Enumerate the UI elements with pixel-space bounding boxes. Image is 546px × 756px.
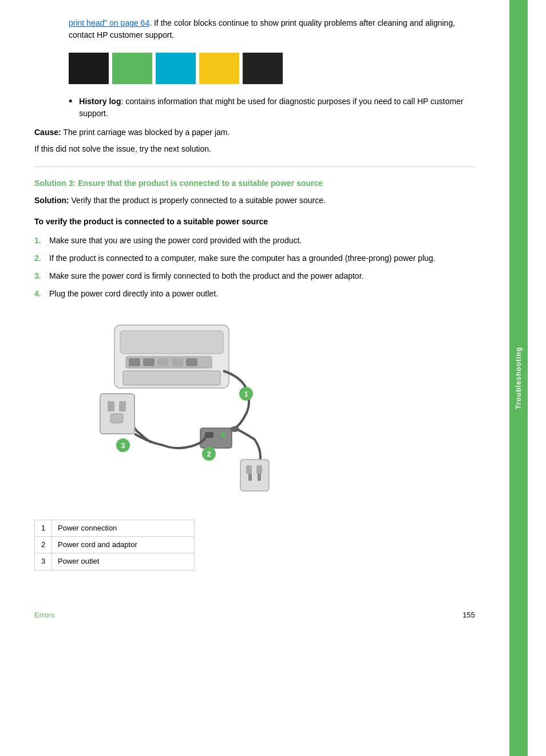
solution-label: Solution:	[34, 196, 69, 205]
svg-rect-18	[258, 474, 261, 481]
svg-rect-14	[240, 460, 269, 491]
legend-row-2: 2 Power cord and adaptor	[35, 537, 195, 553]
svg-text:1: 1	[244, 390, 248, 398]
color-block-yellow	[199, 53, 239, 84]
svg-rect-3	[129, 358, 140, 366]
color-block-black	[69, 53, 109, 84]
legend-number-2: 2	[35, 537, 52, 553]
svg-rect-8	[123, 371, 220, 385]
sub-section-header: To verify the product is connected to a …	[34, 216, 475, 228]
step-1-text: Make sure that you are using the power c…	[49, 235, 302, 247]
color-block-cyan	[156, 53, 196, 84]
svg-point-13	[221, 433, 225, 437]
history-log-description: : contains information that might be use…	[79, 97, 463, 118]
legend-row-1: 1 Power connection	[35, 520, 195, 537]
svg-rect-7	[186, 358, 197, 366]
sidebar-label: Troubleshooting	[515, 347, 523, 409]
step-number-1: 1.	[34, 235, 45, 247]
step-number-3: 3.	[34, 270, 45, 282]
history-log-item: • History log: contains information that…	[69, 96, 475, 120]
svg-rect-6	[172, 358, 183, 366]
page-footer: Errors 155	[34, 605, 475, 625]
solution3-header: Solution 3: Ensure that the product is c…	[34, 179, 475, 188]
svg-rect-16	[256, 465, 262, 474]
legend-row-3: 3 Power outlet	[35, 553, 195, 570]
cause-line: Cause: The print carriage was blocked by…	[34, 126, 475, 138]
step-number-2: 2.	[34, 252, 45, 264]
bullet-section: • History log: contains information that…	[69, 96, 475, 120]
svg-point-27	[230, 426, 239, 432]
color-block-green	[112, 53, 152, 84]
cause-label: Cause:	[34, 128, 61, 137]
legend-number-3: 3	[35, 553, 52, 570]
color-block-dark	[243, 53, 283, 84]
history-log-text: History log: contains information that m…	[79, 96, 475, 120]
svg-rect-22	[108, 401, 114, 411]
svg-rect-1	[120, 331, 223, 354]
step-2-text: If the product is connected to a compute…	[49, 252, 436, 264]
step-3: 3. Make sure the power cord is firmly co…	[34, 270, 475, 282]
legend-number-1: 1	[35, 520, 52, 537]
step-2: 2. If the product is connected to a comp…	[34, 252, 475, 264]
svg-text:3: 3	[121, 441, 125, 450]
svg-rect-5	[157, 358, 169, 366]
legend-label-2: Power cord and adaptor	[52, 537, 195, 553]
svg-text:2: 2	[207, 450, 211, 458]
legend-table: 1 Power connection 2 Power cord and adap…	[34, 520, 195, 571]
step-4: 4. Plug the power cord directly into a p…	[34, 288, 475, 300]
steps-list: 1. Make sure that you are using the powe…	[34, 235, 475, 300]
next-solution-text: If this did not solve the issue, try the…	[34, 143, 475, 155]
color-blocks-diagram	[69, 53, 475, 84]
solution3-text: Verify that the product is properly conn…	[69, 196, 326, 205]
step-3-text: Make sure the power cord is firmly conne…	[49, 270, 363, 282]
step-4-text: Plug the power cord directly into a powe…	[49, 288, 218, 300]
errors-label: Errors	[34, 611, 54, 619]
page-number: 155	[462, 611, 475, 619]
step-1: 1. Make sure that you are using the powe…	[34, 235, 475, 247]
solution3-body: Solution: Verify that the product is pro…	[34, 195, 475, 207]
section-divider	[34, 167, 475, 167]
svg-rect-15	[246, 465, 252, 474]
right-sidebar: Troubleshooting	[509, 0, 528, 756]
intro-paragraph: print head" on page 64. If the color blo…	[34, 17, 475, 41]
history-log-label: History log	[79, 97, 121, 106]
print-head-link[interactable]: print head" on page 64	[69, 18, 149, 27]
legend-label-3: Power outlet	[52, 553, 195, 570]
power-diagram: 1 2	[57, 314, 275, 508]
bullet-dot: •	[69, 96, 72, 108]
cause-text: The print carriage was blocked by a pape…	[61, 128, 230, 137]
legend-label-1: Power connection	[52, 520, 195, 537]
svg-rect-4	[143, 358, 155, 366]
step-number-4: 4.	[34, 288, 45, 300]
svg-rect-24	[110, 414, 123, 423]
svg-rect-17	[248, 474, 252, 481]
svg-rect-23	[119, 401, 126, 411]
printer-diagram-svg: 1 2	[57, 314, 275, 497]
